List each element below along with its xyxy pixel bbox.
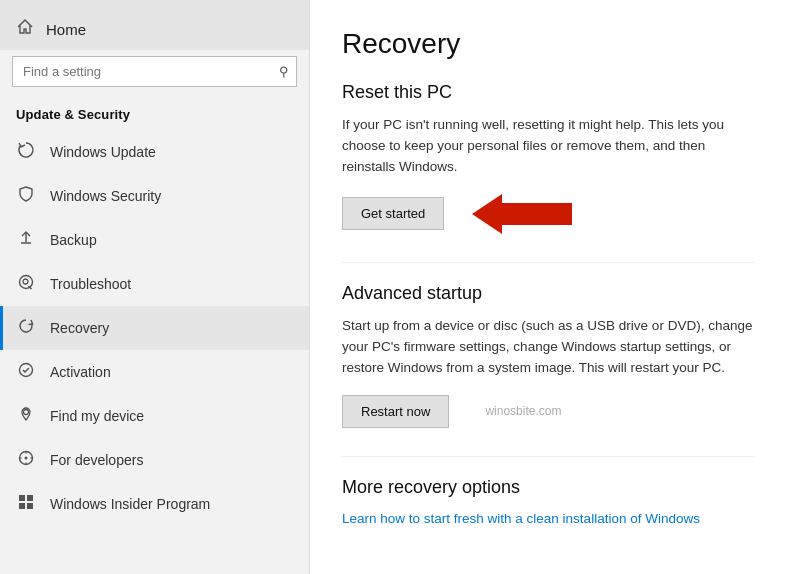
sidebar-item-for-developers[interactable]: For developers bbox=[0, 438, 309, 482]
arrow-body bbox=[502, 203, 572, 225]
sidebar-item-home[interactable]: Home bbox=[0, 0, 309, 50]
divider-2 bbox=[342, 456, 754, 457]
svg-point-4 bbox=[23, 279, 28, 284]
svg-rect-15 bbox=[19, 503, 25, 509]
sidebar-item-windows-update[interactable]: Windows Update bbox=[0, 130, 309, 174]
reset-section-title: Reset this PC bbox=[342, 82, 754, 103]
red-arrow bbox=[472, 194, 572, 234]
windows-security-icon bbox=[16, 185, 36, 207]
more-section-title: More recovery options bbox=[342, 477, 754, 498]
main-content: Recovery Reset this PC If your PC isn't … bbox=[310, 0, 786, 574]
sidebar-item-windows-security[interactable]: Windows Security bbox=[0, 174, 309, 218]
search-input[interactable] bbox=[12, 56, 297, 87]
page-title: Recovery bbox=[342, 28, 754, 60]
activation-icon bbox=[16, 361, 36, 383]
recovery-icon bbox=[16, 317, 36, 339]
sidebar-item-backup[interactable]: Backup bbox=[0, 218, 309, 262]
windows-insider-icon bbox=[16, 493, 36, 515]
search-box: ⚲ bbox=[12, 56, 297, 87]
clean-install-link[interactable]: Learn how to start fresh with a clean in… bbox=[342, 511, 700, 526]
for-developers-icon bbox=[16, 449, 36, 471]
search-icon: ⚲ bbox=[279, 64, 289, 79]
sidebar-item-label-windows-update: Windows Update bbox=[50, 144, 156, 160]
sidebar-item-find-my-device[interactable]: Find my device bbox=[0, 394, 309, 438]
sidebar-nav: Windows UpdateWindows SecurityBackupTrou… bbox=[0, 130, 309, 526]
sidebar-item-label-activation: Activation bbox=[50, 364, 111, 380]
restart-button-row: Restart now winosbite.com bbox=[342, 395, 754, 428]
sidebar-item-label-recovery: Recovery bbox=[50, 320, 109, 336]
svg-rect-14 bbox=[27, 495, 33, 501]
sidebar-item-activation[interactable]: Activation bbox=[0, 350, 309, 394]
sidebar-item-label-backup: Backup bbox=[50, 232, 97, 248]
sidebar-item-label-for-developers: For developers bbox=[50, 452, 143, 468]
windows-update-icon bbox=[16, 141, 36, 163]
svg-point-8 bbox=[25, 457, 28, 460]
get-started-button[interactable]: Get started bbox=[342, 197, 444, 230]
find-my-device-icon bbox=[16, 405, 36, 427]
sidebar-item-troubleshoot[interactable]: Troubleshoot bbox=[0, 262, 309, 306]
restart-now-button[interactable]: Restart now bbox=[342, 395, 449, 428]
sidebar-section-title: Update & Security bbox=[0, 97, 309, 130]
sidebar-item-label-troubleshoot: Troubleshoot bbox=[50, 276, 131, 292]
sidebar: Home ⚲ Update & Security Windows UpdateW… bbox=[0, 0, 310, 574]
svg-point-2 bbox=[20, 276, 33, 289]
arrow-head bbox=[472, 194, 502, 234]
home-icon bbox=[16, 18, 34, 40]
advanced-section-desc: Start up from a device or disc (such as … bbox=[342, 316, 754, 379]
backup-icon bbox=[16, 229, 36, 251]
watermark: winosbite.com bbox=[485, 404, 561, 418]
svg-point-6 bbox=[24, 410, 29, 415]
divider-1 bbox=[342, 262, 754, 263]
advanced-section-title: Advanced startup bbox=[342, 283, 754, 304]
sidebar-item-label-windows-insider: Windows Insider Program bbox=[50, 496, 210, 512]
troubleshoot-icon bbox=[16, 273, 36, 295]
svg-rect-13 bbox=[19, 495, 25, 501]
sidebar-item-label-windows-security: Windows Security bbox=[50, 188, 161, 204]
reset-section-desc: If your PC isn't running well, resetting… bbox=[342, 115, 754, 178]
reset-button-row: Get started bbox=[342, 194, 754, 234]
sidebar-item-recovery[interactable]: Recovery bbox=[0, 306, 309, 350]
sidebar-item-label-find-my-device: Find my device bbox=[50, 408, 144, 424]
svg-rect-16 bbox=[27, 503, 33, 509]
home-label: Home bbox=[46, 21, 86, 38]
sidebar-item-windows-insider[interactable]: Windows Insider Program bbox=[0, 482, 309, 526]
